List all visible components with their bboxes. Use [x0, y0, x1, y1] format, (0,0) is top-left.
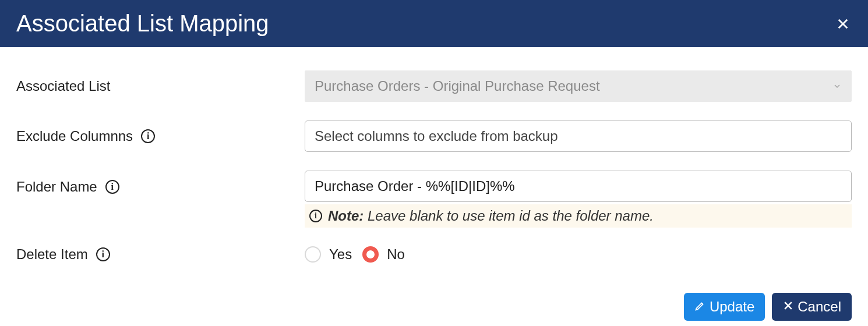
folder-name-hint-text: Note: Leave blank to use item id as the …	[328, 208, 654, 224]
update-button-label: Update	[710, 299, 754, 315]
radio-checked-icon	[362, 246, 379, 263]
close-icon[interactable]	[834, 15, 852, 33]
associated-list-control: Purchase Orders - Original Purchase Requ…	[305, 70, 852, 102]
cancel-button-label: Cancel	[798, 299, 841, 315]
folder-name-control: i Note: Leave blank to use item id as th…	[305, 171, 852, 228]
update-button[interactable]: Update	[684, 293, 765, 321]
close-icon	[782, 299, 794, 315]
folder-name-hint: i Note: Leave blank to use item id as th…	[305, 204, 852, 228]
info-icon[interactable]: i	[96, 247, 110, 261]
radio-unchecked-icon	[305, 246, 321, 263]
associated-list-label: Associated List	[16, 78, 305, 94]
delete-item-control: Yes No	[305, 246, 852, 263]
cancel-button[interactable]: Cancel	[772, 293, 852, 321]
info-icon: i	[309, 210, 322, 222]
radio-no-label: No	[387, 246, 405, 263]
dialog-header: Associated List Mapping	[0, 0, 868, 47]
dialog-title: Associated List Mapping	[16, 10, 269, 37]
exclude-columns-label: Exclude Columnns i	[16, 128, 305, 144]
info-icon[interactable]: i	[141, 129, 155, 143]
folder-name-label: Folder Name i	[16, 171, 305, 195]
form-body: Associated List Purchase Orders - Origin…	[0, 47, 868, 293]
pencil-icon	[694, 299, 706, 315]
delete-item-yes[interactable]: Yes	[305, 246, 352, 263]
delete-item-label-text: Delete Item	[16, 246, 88, 263]
associated-list-select: Purchase Orders - Original Purchase Requ…	[305, 70, 852, 102]
delete-item-label: Delete Item i	[16, 246, 305, 263]
row-associated-list: Associated List Purchase Orders - Origin…	[16, 70, 852, 102]
exclude-columns-label-text: Exclude Columnns	[16, 128, 133, 144]
radio-yes-label: Yes	[329, 246, 352, 263]
info-icon[interactable]: i	[105, 180, 119, 194]
folder-name-label-text: Folder Name	[16, 179, 97, 195]
button-row: Update Cancel	[0, 293, 868, 326]
row-folder-name: Folder Name i i Note: Leave blank to use…	[16, 171, 852, 228]
delete-item-radio-group: Yes No	[305, 246, 852, 263]
row-delete-item: Delete Item i Yes No	[16, 246, 852, 263]
row-exclude-columns: Exclude Columnns i	[16, 121, 852, 152]
chevron-down-icon	[832, 78, 842, 94]
exclude-columns-input[interactable]	[305, 121, 852, 152]
associated-list-value: Purchase Orders - Original Purchase Requ…	[315, 78, 600, 94]
folder-name-input[interactable]	[305, 171, 852, 202]
delete-item-no[interactable]: No	[362, 246, 405, 263]
exclude-columns-control	[305, 121, 852, 152]
